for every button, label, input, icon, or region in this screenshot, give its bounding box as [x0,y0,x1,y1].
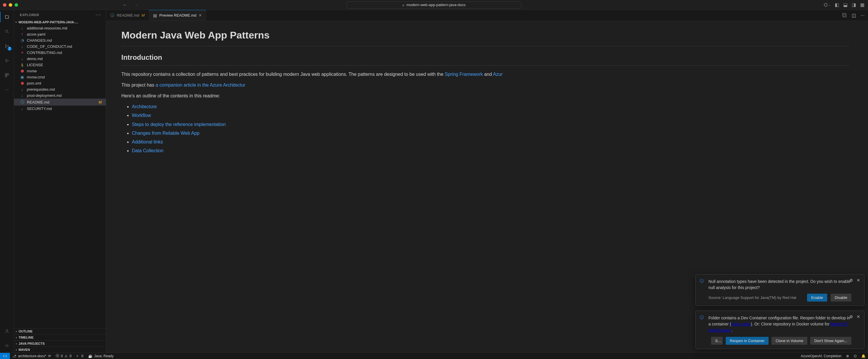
editor-tab[interactable]: ▤ Preview README.md ✕ [149,10,206,21]
file-row[interactable]: ⓘ README.md M [14,99,106,105]
sidebar-section[interactable]: OUTLINE [14,328,106,334]
source-button[interactable]: S… [711,337,723,345]
minimize-window-icon[interactable] [9,3,12,7]
folder-header[interactable]: MODERN-WEB-APP-PATTERN-JAVA-… [14,19,106,25]
svg-point-0 [5,30,8,32]
file-icon: ◔ [20,38,25,42]
file-icon: ✶ [20,51,25,55]
clone-volume-button[interactable]: Clone in Volume [771,337,807,345]
file-name: SECURITY.md [27,106,103,111]
file-status: M [99,100,103,104]
file-row[interactable]: ▣ mvnw.cmd [14,74,106,80]
explorer-icon[interactable] [3,13,11,21]
sidebar-section[interactable]: TIMELINE [14,334,106,340]
java-status[interactable]: ☕Java: Ready [86,354,116,358]
panel-bottom-icon[interactable]: ⬓ [843,2,847,8]
link-azure[interactable]: Azur [493,72,502,77]
toc-link[interactable]: Workflow [132,113,151,118]
file-row[interactable]: ⬢ mvnw [14,68,106,74]
notification-source: Source: Language Support for Java(TM) by… [709,295,804,300]
notification-message: Null annotation types have been detected… [709,279,851,291]
close-window-icon[interactable] [3,3,6,7]
toc-item: Data Collection [132,147,849,155]
notification-message: Folder contains a Dev Container configur… [709,315,851,333]
file-name: additional-resources.md [27,26,103,30]
file-row[interactable]: § LICENSE [14,62,106,68]
file-name: README.md [27,100,96,104]
azure-openai-status[interactable]: AzureOpenAI: Completion [799,354,844,358]
file-row[interactable]: ↓ additional-resources.md [14,25,106,31]
file-icon: ↓ [20,26,25,30]
sidebar-section[interactable]: JAVA PROJECTS [14,340,106,347]
sidebar: EXPLORER ··· MODERN-WEB-APP-PATTERN-JAVA… [14,10,106,353]
chevron-right-icon [16,336,17,339]
gear-icon[interactable]: ⚙ [849,278,853,283]
tab-close-icon[interactable]: ✕ [198,13,202,18]
sidebar-section[interactable]: MAVEN [14,347,106,353]
file-row[interactable]: ⬢ pom.xml [14,80,106,86]
toc-link[interactable]: Steps to deploy the reference implementa… [132,122,226,127]
tab-label: README.md [117,13,139,18]
file-row[interactable]: ✶ CONTRIBUTING.md [14,50,106,56]
info-icon: ⓘ [700,315,704,320]
dont-show-again-button[interactable]: Don't Show Again... [810,337,851,345]
command-center[interactable]: ⌕ modern-web-app-pattern-java-docs [346,1,522,8]
nav-forward-icon[interactable]: → [134,2,139,8]
link-learn-more[interactable]: learn more [731,322,751,326]
branch-status[interactable]: ⎇ architecture-docs* ⟳ [10,354,53,358]
file-row[interactable]: ↓ demo.md [14,56,106,62]
more-icon[interactable]: ··· [3,86,11,94]
account-icon[interactable] [3,327,11,335]
ports-status[interactable]: ᯤ0 [74,354,86,358]
section-label: MAVEN [19,348,30,351]
nav-back-icon[interactable]: ← [123,2,127,8]
close-icon[interactable]: ✕ [857,278,860,283]
file-row[interactable]: ! azure.yaml [14,31,106,37]
toc-link[interactable]: Architecture [132,104,157,109]
toc-item: Changes from Reliable Web App [132,129,849,137]
settings-gear-icon[interactable] [3,341,11,350]
open-changes-icon[interactable]: ⿻ [842,13,847,18]
gear-icon[interactable]: ⚙ [849,315,853,319]
debug-icon[interactable] [3,57,11,65]
close-icon[interactable]: ✕ [857,315,860,319]
reopen-container-button[interactable]: Reopen in Container [726,337,769,345]
disable-button[interactable]: Disable [831,294,851,301]
tab-modified: M [142,13,145,18]
explorer-more-icon[interactable]: ··· [96,12,101,18]
toc-link[interactable]: Data Collection [132,148,164,153]
search-text: modern-web-app-pattern-java-docs [406,3,465,7]
scm-icon[interactable]: 2 [3,42,11,50]
section-label: OUTLINE [19,330,33,333]
file-row[interactable]: ◔ CHANGES.md [14,37,106,43]
search-activity-icon[interactable] [3,27,11,36]
file-row[interactable]: ↓ SECURITY.md [14,105,106,112]
panel-right-icon[interactable]: ◨ [852,2,856,8]
toc-item: Architecture [132,103,849,110]
java-icon: ☕ [88,354,92,358]
maximize-window-icon[interactable] [14,3,18,7]
editor-tab[interactable]: ⓘ README.md M [106,10,149,21]
search-icon: ⌕ [402,3,405,7]
extensions-icon[interactable] [3,71,11,79]
file-row[interactable]: ↓ prod-deployment.md [14,93,106,99]
bell-icon[interactable]: 🔔 [859,354,868,358]
file-row[interactable]: ↓ prerequisites.md [14,86,106,93]
tab-more-icon[interactable]: ··· [861,13,865,18]
remote-icon[interactable] [0,353,10,359]
toc-link[interactable]: Changes from Reliable Web App [132,131,199,136]
link-spring[interactable]: Spring Framework [445,72,483,77]
file-name: CODE_OF_CONDUCT.md [27,44,103,49]
split-editor-icon[interactable]: ◫ [852,12,856,18]
enable-button[interactable]: Enable [807,294,827,301]
layout-icon[interactable]: ▦ [860,2,865,8]
copilot-status-icon[interactable]: ⌬ [851,354,859,358]
copilot-icon[interactable]: ⌬ ⌄ [824,2,831,8]
panel-left-icon[interactable]: ◧ [835,2,839,8]
link-article[interactable]: a companion article in the Azure Archite… [155,83,245,88]
zoom-icon[interactable]: ⊕ [844,354,851,358]
toc-link[interactable]: Additional links [132,139,163,144]
file-row[interactable]: ↓ CODE_OF_CONDUCT.md [14,43,106,50]
sync-icon[interactable]: ⟳ [48,354,51,358]
problems-status[interactable]: ⓧ0 ⚠0 [53,354,74,358]
